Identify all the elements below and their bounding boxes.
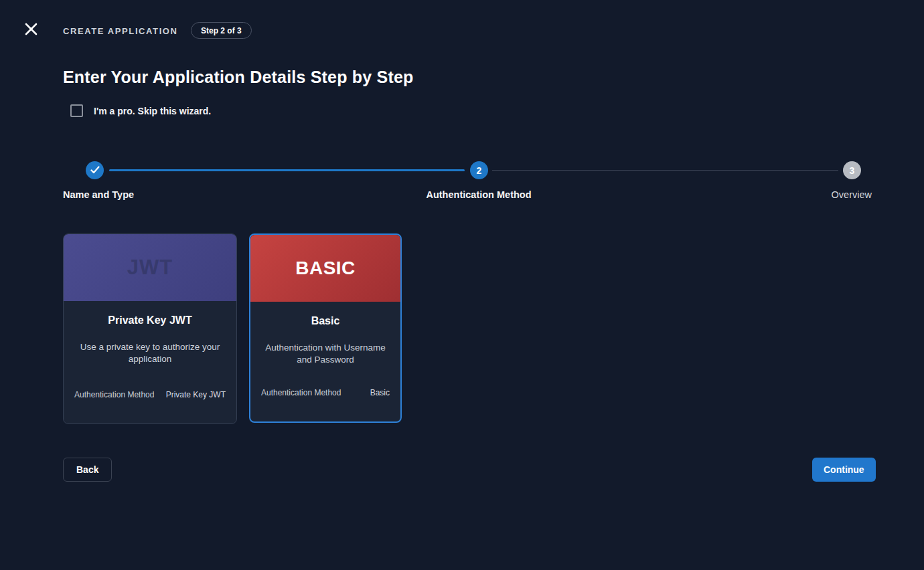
step-3-number: 3	[850, 165, 855, 176]
step-3-label: Overview	[832, 189, 872, 200]
wizard-title: CREATE APPLICATION	[63, 26, 178, 36]
step-2-number: 2	[477, 165, 482, 176]
jwt-logo-text: JWT	[127, 256, 173, 280]
step-badge: Step 2 of 3	[191, 22, 252, 39]
stepper-connector-completed	[109, 169, 465, 171]
step-1-label: Name and Type	[63, 189, 134, 200]
footer-label: Authentication Method	[261, 388, 341, 397]
footer-label: Authentication Method	[74, 390, 154, 399]
step-1-circle[interactable]	[86, 161, 104, 179]
card-description: Use a private key to authorize your appl…	[73, 341, 227, 365]
skip-wizard-label: I'm a pro. Skip this wizard.	[94, 106, 211, 116]
auth-method-options: JWT Private Key JWT Use a private key to…	[63, 233, 402, 424]
footer-value: Basic	[370, 388, 390, 397]
basic-logo-text: BASIC	[295, 258, 356, 279]
close-icon	[24, 22, 38, 38]
footer-value: Private Key JWT	[166, 390, 226, 399]
continue-button[interactable]: Continue	[812, 458, 876, 482]
auth-card-basic[interactable]: BASIC Basic Authentication with Username…	[249, 233, 402, 423]
page-title: Enter Your Application Details Step by S…	[63, 68, 414, 87]
jwt-logo: JWT	[64, 234, 236, 301]
step-2-label: Authentication Method	[426, 189, 531, 200]
check-icon	[90, 165, 100, 176]
basic-logo: BASIC	[250, 235, 400, 302]
step-3-circle[interactable]: 3	[843, 161, 861, 179]
close-button[interactable]	[21, 21, 40, 39]
wizard-stepper: 2 3 Name and Type Authentication Method …	[63, 161, 872, 203]
skip-wizard-checkbox[interactable]	[70, 104, 83, 117]
card-title: Basic	[250, 315, 400, 327]
card-title: Private Key JWT	[64, 314, 236, 326]
step-2-circle[interactable]: 2	[470, 161, 488, 179]
create-application-wizard: CREATE APPLICATION Step 2 of 3 Enter You…	[0, 0, 924, 570]
card-footer: Authentication Method Basic	[261, 388, 390, 397]
skip-wizard-row[interactable]: I'm a pro. Skip this wizard.	[70, 104, 211, 117]
card-description: Authentication with Username and Passwor…	[260, 342, 391, 365]
card-footer: Authentication Method Private Key JWT	[74, 390, 226, 399]
back-button[interactable]: Back	[63, 458, 112, 482]
stepper-connector-upcoming	[492, 170, 838, 171]
auth-card-private-key-jwt[interactable]: JWT Private Key JWT Use a private key to…	[63, 233, 237, 424]
